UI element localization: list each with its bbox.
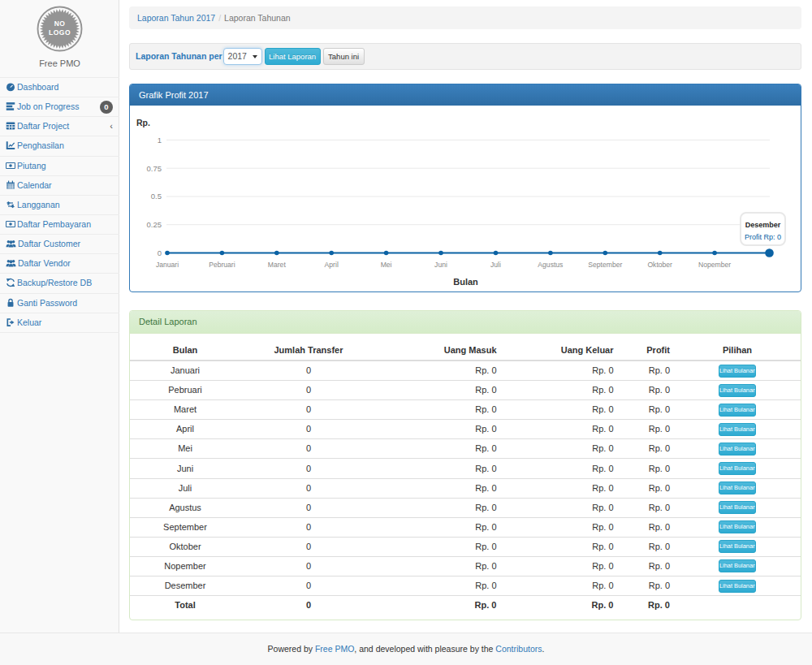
svg-text:Rp.: Rp. <box>136 118 150 127</box>
svg-text:0.25: 0.25 <box>147 220 162 229</box>
svg-text:Agustus: Agustus <box>538 261 563 269</box>
svg-text:Juni: Juni <box>434 261 447 269</box>
svg-text:September: September <box>588 261 622 269</box>
svg-text:Pebruari: Pebruari <box>209 261 235 269</box>
svg-text:April: April <box>325 261 339 269</box>
svg-text:NO: NO <box>54 19 66 28</box>
svg-text:Bulan: Bulan <box>453 277 478 287</box>
svg-text:Juli: Juli <box>490 261 501 269</box>
svg-text:0.5: 0.5 <box>151 192 162 201</box>
svg-text:1: 1 <box>158 136 162 145</box>
svg-text:LOGO: LOGO <box>49 28 71 37</box>
svg-text:Maret: Maret <box>268 261 287 269</box>
svg-text:0.75: 0.75 <box>147 164 162 173</box>
svg-text:Nopember: Nopember <box>698 261 731 269</box>
svg-text:Oktober: Oktober <box>647 261 672 269</box>
svg-text:Mei: Mei <box>381 261 392 269</box>
svg-text:0: 0 <box>158 248 162 257</box>
svg-text:Januari: Januari <box>156 261 179 269</box>
